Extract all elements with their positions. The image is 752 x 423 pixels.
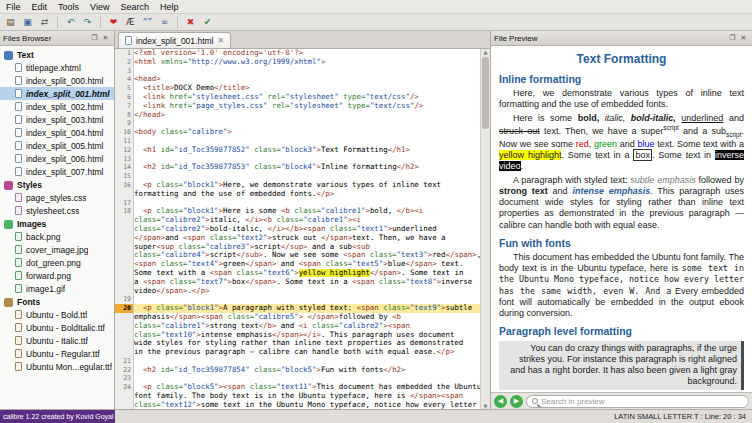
files-section-styles[interactable]: Styles	[0, 178, 114, 191]
clear-formatting-icon[interactable]: ✖	[183, 15, 198, 29]
code-line[interactable]	[134, 137, 480, 146]
save-icon[interactable]: ▣	[20, 15, 35, 29]
files-section-images[interactable]: Images	[0, 217, 114, 230]
search-next-button[interactable]: ▶	[510, 395, 523, 408]
file-item[interactable]: page_styles.css	[0, 191, 114, 204]
code-line[interactable]: class="calibre2">bold-italic, </i></b><s…	[134, 225, 480, 234]
file-item[interactable]: forward.png	[0, 269, 114, 282]
code-line[interactable]: <body class="calibre">	[134, 128, 480, 137]
code-line[interactable]: Some text with a <span class="text6">yel…	[134, 269, 480, 278]
file-item[interactable]: Ubuntu - Regular.ttf	[0, 347, 114, 360]
code-line[interactable]: video</span>.</p>	[134, 287, 480, 296]
file-item[interactable]: index_split_002.html	[0, 100, 114, 113]
spell-check-icon[interactable]: ✔	[200, 15, 215, 29]
code-line[interactable]	[134, 295, 480, 304]
file-item[interactable]: Ubuntu Mon...egular.ttf	[0, 360, 114, 373]
code-line[interactable]: <html xmlns="http://www.w3.org/1999/xhtm…	[134, 58, 480, 67]
menu-view[interactable]: View	[90, 2, 109, 12]
code-line[interactable]: class="text12">some text in the Ubuntu M…	[134, 401, 480, 409]
code-line[interactable]: <span class="text4">green</span> and <sp…	[134, 260, 480, 269]
scroll-down-icon[interactable]: ▼	[481, 403, 490, 409]
code-line[interactable]	[134, 199, 480, 208]
code-line[interactable]: class="calibre4">script</sub>. Now we se…	[134, 251, 480, 260]
code-line[interactable]: <h2 id="id_Toc359877853" class="block4">…	[134, 163, 480, 172]
search-previous-button[interactable]: ◀	[494, 395, 507, 408]
scroll-up-icon[interactable]: ▲	[481, 49, 490, 55]
gutter-line-number	[115, 243, 133, 252]
code-line[interactable]: <link href="stylesheet.css" rel="stylesh…	[134, 93, 480, 102]
file-item[interactable]: dot_green.png	[0, 256, 114, 269]
code-line[interactable]: wide styles for styling rather than inli…	[134, 339, 480, 348]
menu-edit[interactable]: Edit	[32, 2, 48, 12]
smart-quotes-icon[interactable]: “”	[140, 15, 155, 29]
code-line[interactable]: <p class="block5"><span class="text11">T…	[134, 383, 480, 392]
file-item[interactable]: Ubuntu - BoldItalic.ttf	[0, 321, 114, 334]
preview-search-box[interactable]	[526, 395, 749, 408]
file-item[interactable]: index_split_004.html	[0, 126, 114, 139]
code-line[interactable]: <p class="block1">Here is some <b class=…	[134, 207, 480, 216]
close-icon[interactable]: ✕	[738, 33, 749, 44]
file-item[interactable]: cover_image.jpg	[0, 243, 114, 256]
menu-file[interactable]: File	[6, 2, 21, 12]
file-item[interactable]: index_split_005.html	[0, 139, 114, 152]
code-line[interactable]: </span>and <span class="text2">struck ou…	[134, 234, 480, 243]
code-line[interactable]: class="text10">intense emphasis</span></…	[134, 331, 480, 340]
code-line[interactable]: <h1 id="id_Toc359877852" class="block3">…	[134, 146, 480, 155]
code-editor[interactable]: <?xml version='1.0' encoding='utf-8'?><h…	[134, 49, 480, 409]
code-line[interactable]: <?xml version='1.0' encoding='utf-8'?>	[134, 49, 480, 58]
sync-icon[interactable]: ⇄	[37, 15, 52, 29]
code-line[interactable]: class="calibre1">strong text</b> and <i …	[134, 322, 480, 331]
code-line[interactable]: emphasis</span><span class="calibre5"> <…	[134, 313, 480, 322]
menu-tools[interactable]: Tools	[58, 2, 79, 12]
file-item[interactable]: titlepage.xhtml	[0, 61, 114, 74]
code-line[interactable]	[134, 119, 480, 128]
close-icon[interactable]: ✕	[100, 33, 111, 44]
code-line[interactable]: formatting and the use of embedded fonts…	[134, 190, 480, 199]
file-item-label: titlepage.xhtml	[26, 63, 81, 73]
code-line[interactable]: <p class="block1">Here, we demonstrate v…	[134, 181, 480, 190]
code-line[interactable]: a <span class="text7">box</span>. Some t…	[134, 278, 480, 287]
code-line[interactable]: class="calibre2">italic, </i><b class="c…	[134, 216, 480, 225]
file-item[interactable]: Ubuntu - Bold.ttf	[0, 308, 114, 321]
files-section-text[interactable]: Text	[0, 48, 114, 61]
donate-heart-icon[interactable]: ❤	[106, 15, 121, 29]
special-character-icon[interactable]: Æ	[123, 15, 138, 29]
code-line[interactable]: super<sup class="calibre3">script</sup> …	[134, 243, 480, 252]
file-item[interactable]: index_split_003.html	[0, 113, 114, 126]
search-input[interactable]	[541, 397, 743, 406]
code-line[interactable]: </head>	[134, 111, 480, 120]
code-line[interactable]: <head>	[134, 75, 480, 84]
file-item[interactable]: image1.gif	[0, 282, 114, 295]
code-line[interactable]: font family. The body text is in the Ubu…	[134, 392, 480, 401]
code-line[interactable]	[134, 357, 480, 366]
tab-close-icon[interactable]: ✕	[218, 36, 225, 45]
code-line[interactable]: in the previous paragraph — calibre can …	[134, 348, 480, 357]
code-line[interactable]	[134, 155, 480, 164]
file-item[interactable]: index_split_007.html	[0, 165, 114, 178]
file-item[interactable]: Ubuntu - Italic.ttf	[0, 334, 114, 347]
code-line[interactable]: <title>DOCX Demo</title>	[134, 84, 480, 93]
undo-icon[interactable]: ↶	[63, 15, 78, 29]
code-line[interactable]: <link href="page_styles.css" rel="styles…	[134, 102, 480, 111]
editor-scrollbar[interactable]: ▲ ▼	[480, 49, 490, 409]
code-line[interactable]	[134, 172, 480, 181]
undock-icon[interactable]: ❐	[89, 33, 100, 44]
editor-tab[interactable]: index_split_001.html ✕	[118, 32, 231, 48]
menu-help[interactable]: Help	[160, 2, 179, 12]
code-line[interactable]	[134, 67, 480, 76]
file-item[interactable]: index_split_006.html	[0, 152, 114, 165]
insert-link-icon[interactable]: ∞	[157, 15, 172, 29]
file-item[interactable]: index_split_001.html	[0, 87, 114, 100]
undock-icon[interactable]: ❐	[727, 33, 738, 44]
files-section-fonts[interactable]: Fonts	[0, 295, 114, 308]
redo-icon[interactable]: ↷	[80, 15, 95, 29]
scrollbar-thumb[interactable]	[482, 57, 489, 129]
menu-search[interactable]: Search	[120, 2, 149, 12]
file-item[interactable]: back.png	[0, 230, 114, 243]
code-line[interactable]: <p class="block1">A paragraph with style…	[134, 304, 480, 313]
file-item[interactable]: stylesheet.css	[0, 204, 114, 217]
code-line[interactable]: <h2 id="id_Toc359877854" class="block5">…	[134, 366, 480, 375]
open-book-icon[interactable]: ▤	[3, 15, 18, 29]
code-line[interactable]	[134, 374, 480, 383]
file-item[interactable]: index_split_000.html	[0, 74, 114, 87]
